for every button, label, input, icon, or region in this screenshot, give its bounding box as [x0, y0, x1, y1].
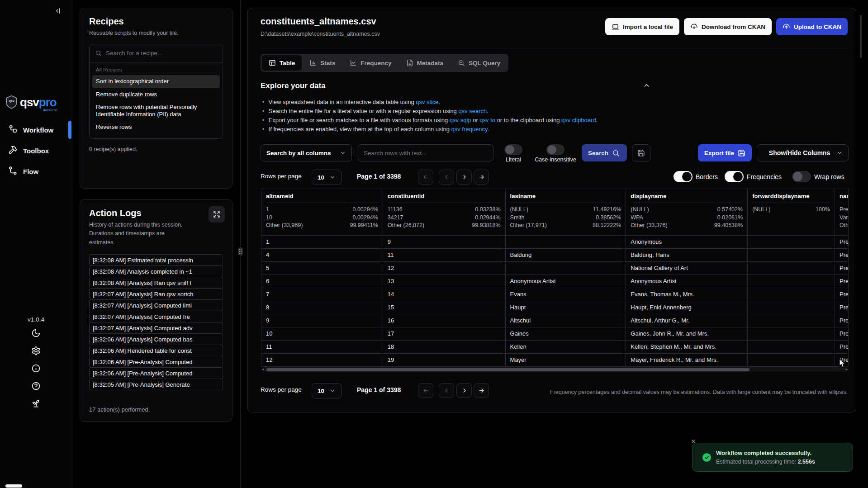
- search-rows-input[interactable]: Search rows with text...: [358, 144, 493, 161]
- header-divider: [261, 48, 848, 48]
- page-arrow-right-button[interactable]: [474, 170, 489, 185]
- table-cell: Anonymous: [626, 236, 748, 249]
- info-icon[interactable]: [31, 364, 41, 373]
- floppy-save-icon: [738, 149, 745, 157]
- table-row[interactable]: 613Anonymous ArtistAnonymous ArtistPre: [261, 275, 849, 288]
- table-row[interactable]: 512National Gallery of ArtPre: [261, 262, 849, 275]
- collapse-sidebar-icon[interactable]: [52, 5, 63, 16]
- frequencies-toggle[interactable]: [725, 171, 744, 182]
- column-header[interactable]: lastname(NULL)11.49216%Smith0.38562%Othe…: [506, 189, 626, 236]
- bullet-dot: •: [262, 116, 265, 125]
- log-entry: [8:32:06 AM] [Pre-Analysis] Computed: [89, 356, 223, 368]
- export-file-button[interactable]: Export file: [698, 144, 752, 161]
- case-insensitive-toggle[interactable]: [546, 144, 564, 155]
- logo-text-qsv: qsv: [20, 95, 39, 109]
- log-entry: [8:32:07 AM] [Analysis] Computed limi: [89, 299, 223, 311]
- view-tabs: Table Stats Frequency Metadata SQL Query: [261, 54, 508, 72]
- column-header[interactable]: forwarddisplayname(NULL)100%: [748, 189, 835, 236]
- wrap-rows-toggle[interactable]: [792, 171, 811, 182]
- tab-table[interactable]: Table: [262, 55, 302, 71]
- recipe-search-placeholder: Search for a recipe...: [106, 50, 162, 57]
- qsv-doc-link[interactable]: qsv frequency: [451, 126, 488, 133]
- table-cell: [748, 262, 835, 275]
- page-chevron-right-button[interactable]: [456, 170, 472, 185]
- rows-per-page-selector[interactable]: 10: [312, 383, 342, 398]
- download-from-ckan-button[interactable]: Download from CKAN: [684, 18, 772, 35]
- upload-to-ckan-button[interactable]: Upload to CKAN: [776, 18, 848, 35]
- page-chevron-left-button[interactable]: [439, 383, 454, 398]
- page-chevron-right-button[interactable]: [456, 383, 472, 398]
- data-table: altnameid10.00294%100.00294%Other (33,96…: [261, 189, 849, 367]
- search-button[interactable]: Search: [582, 144, 627, 161]
- recipe-group-label: All Recipes: [92, 66, 220, 75]
- save-search-button[interactable]: [632, 144, 650, 161]
- column-header[interactable]: altnameid10.00294%100.00294%Other (33,96…: [261, 189, 383, 236]
- page-chevron-left-button[interactable]: [439, 170, 454, 185]
- table-row[interactable]: 815HauptHaupt, Enid AnnenbergPre: [261, 301, 849, 314]
- column-header[interactable]: displayname(NULL)0.57402%WPA0.02061%Othe…: [626, 189, 748, 236]
- scroll-right-arrow-icon[interactable]: ▸: [845, 367, 848, 371]
- settings-gear-icon[interactable]: [31, 346, 41, 355]
- page-info: Page 1 of 3398: [357, 386, 401, 393]
- horizontal-scrollbar[interactable]: ◂ ▸: [261, 367, 849, 372]
- table-cell: 5: [261, 262, 383, 275]
- table-row[interactable]: 19AnonymousPre: [261, 236, 849, 249]
- tab-sql-query[interactable]: SQL Query: [451, 55, 507, 71]
- literal-toggle[interactable]: [504, 144, 522, 155]
- tab-stats[interactable]: Stats: [303, 55, 342, 71]
- recipe-item[interactable]: Sort in lexicographical order: [92, 75, 220, 88]
- table-cell: [748, 327, 835, 341]
- frequency-summary: 111360.03238%342170.02944%Other (26,872)…: [388, 203, 501, 232]
- column-header[interactable]: constituentid111360.03238%342170.02944%O…: [383, 189, 506, 236]
- table-row[interactable]: 916AltschulAltschul, Arthur G., Mr.Pre: [261, 314, 849, 327]
- tab-metadata[interactable]: Metadata: [399, 55, 451, 71]
- show-hide-columns-button[interactable]: Show/Hide Columns: [757, 144, 849, 161]
- qsv-doc-link[interactable]: qsv to: [479, 117, 495, 123]
- import-local-file-button[interactable]: Import a local file: [605, 18, 679, 35]
- table-row[interactable]: 714EvansEvans, Thomas M., Mrs.Pre: [261, 288, 849, 301]
- rows-per-page-selector[interactable]: 10: [312, 170, 342, 185]
- qsv-doc-link[interactable]: qsv sqlp: [450, 117, 471, 123]
- help-icon[interactable]: [31, 381, 41, 391]
- active-indicator: [68, 121, 71, 139]
- recipe-item[interactable]: Remove duplicate rows: [92, 88, 220, 101]
- chevron-down-icon: [329, 388, 336, 394]
- sidebar-item-flow[interactable]: Flow: [0, 161, 72, 182]
- sidebar-item-toolbox[interactable]: Toolbox: [0, 140, 72, 161]
- search-column-selector[interactable]: Search by all columns: [261, 144, 352, 161]
- vertical-scrollbar-thumb[interactable]: [860, 15, 862, 58]
- seedling-icon[interactable]: [31, 399, 41, 408]
- expand-logs-button[interactable]: [209, 206, 225, 223]
- column-header[interactable]: namPreVarOth: [835, 189, 849, 236]
- table-row[interactable]: 1219MayerMayer, Frederick R., Mr. and Mr…: [261, 354, 849, 367]
- table-row[interactable]: 411BaldungBaldung, HansPre: [261, 249, 849, 262]
- borders-toggle[interactable]: [674, 171, 693, 182]
- recipe-item[interactable]: Reverse rows: [92, 121, 220, 133]
- table-row[interactable]: 1017GainesGaines, John R., Mr. and Mrs.P…: [261, 327, 849, 341]
- bullet-dot: •: [262, 98, 265, 107]
- sidebar-item-workflow[interactable]: Workflow: [0, 119, 72, 140]
- qsv-doc-link[interactable]: qsv slice: [416, 99, 438, 105]
- recipe-search-input[interactable]: Search for a recipe...: [90, 44, 223, 62]
- document-icon: [406, 59, 413, 66]
- log-list[interactable]: [8:32:08 AM] Estimated total processin[8…: [89, 254, 223, 391]
- collapse-section-chevron-icon[interactable]: [640, 81, 652, 92]
- scrollbar-thumb[interactable]: [266, 368, 749, 371]
- page-arrow-left-button[interactable]: [418, 170, 433, 185]
- table-row[interactable]: 1118KellenKellen, Stephen M., Mr. and Mr…: [261, 341, 849, 354]
- table-cell: Pre: [835, 341, 849, 354]
- qsv-doc-link[interactable]: qsv clipboard: [561, 117, 596, 123]
- laptop-icon: [612, 23, 619, 31]
- scroll-left-arrow-icon[interactable]: ◂: [262, 367, 264, 371]
- panel-resize-handle[interactable]: [238, 247, 243, 256]
- table-cell: 15: [383, 301, 506, 314]
- table-cell: 4: [261, 249, 383, 262]
- tab-frequency[interactable]: Frequency: [343, 55, 398, 71]
- qsv-shield-icon: qsv: [5, 95, 18, 109]
- qsv-doc-link[interactable]: qsv search: [458, 108, 487, 114]
- page-arrow-right-button[interactable]: [474, 383, 489, 398]
- recipe-item[interactable]: Remove rows with potential Personally Id…: [92, 101, 220, 121]
- dark-mode-moon-icon[interactable]: [31, 328, 41, 338]
- table-icon: [269, 59, 276, 66]
- page-arrow-left-button[interactable]: [418, 383, 433, 398]
